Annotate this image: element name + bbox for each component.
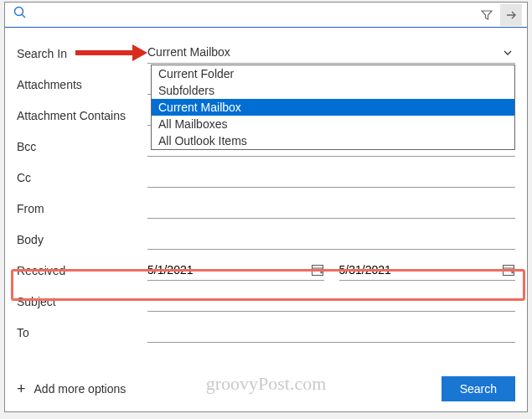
input-subject[interactable]: [147, 292, 515, 312]
label-search-in: Search In: [17, 47, 147, 60]
label-to: To: [17, 326, 147, 339]
input-body[interactable]: [147, 230, 515, 250]
label-received: Received: [17, 264, 147, 277]
top-bar: [5, 3, 527, 28]
input-date-from[interactable]: 5/1/2021: [147, 261, 324, 281]
search-in-dropdown-list: Current Folder Subfolders Current Mailbo…: [151, 65, 515, 150]
input-cc[interactable]: [147, 168, 515, 188]
add-more-options-button[interactable]: + Add more options: [17, 380, 126, 398]
search-button[interactable]: Search: [442, 376, 515, 401]
dropdown-option-current-mailbox[interactable]: Current Mailbox: [152, 99, 514, 116]
dropdown-value: Current Mailbox: [147, 45, 230, 59]
label-from: From: [17, 202, 147, 215]
svg-line-1: [22, 14, 25, 18]
dropdown-search-in[interactable]: Current Mailbox: [147, 44, 515, 64]
input-from[interactable]: [147, 199, 515, 219]
svg-rect-6: [504, 266, 514, 276]
calendar-icon[interactable]: [311, 263, 324, 277]
dropdown-option-all-outlook-items[interactable]: All Outlook Items: [152, 132, 514, 149]
row-to: To: [17, 317, 515, 348]
row-cc: Cc: [17, 162, 515, 193]
input-date-to[interactable]: 5/31/2021: [339, 261, 516, 281]
date-from-value: 5/1/2021: [147, 263, 194, 277]
dropdown-option-current-folder[interactable]: Current Folder: [152, 65, 514, 82]
add-more-label: Add more options: [34, 382, 127, 396]
chevron-down-icon: [504, 46, 515, 58]
svg-rect-2: [312, 266, 323, 276]
date-to-value: 5/31/2021: [339, 263, 391, 277]
row-subject: Subject: [17, 286, 515, 317]
label-body: Body: [17, 233, 147, 246]
search-icon[interactable]: [13, 6, 27, 23]
svg-point-0: [15, 8, 23, 16]
dropdown-option-all-mailboxes[interactable]: All Mailboxes: [152, 116, 514, 132]
go-arrow-icon[interactable]: [500, 4, 522, 26]
search-panel: Search In Current Mailbox Attachments At…: [4, 2, 528, 412]
filter-icon[interactable]: [477, 5, 497, 25]
row-received: Received 5/1/2021 5/31/2021: [17, 255, 515, 286]
label-cc: Cc: [17, 171, 147, 184]
plus-icon: +: [17, 380, 26, 398]
label-attachments: Attachments: [17, 78, 147, 91]
dropdown-option-subfolders[interactable]: Subfolders: [152, 82, 514, 99]
label-attachment-contains: Attachment Contains: [17, 109, 147, 122]
label-bcc: Bcc: [17, 140, 147, 153]
bottom-bar: + Add more options Search: [17, 376, 515, 401]
row-from: From: [17, 193, 515, 224]
row-body: Body: [17, 224, 515, 255]
label-subject: Subject: [17, 295, 147, 308]
calendar-icon[interactable]: [502, 263, 515, 277]
input-to[interactable]: [147, 323, 515, 343]
